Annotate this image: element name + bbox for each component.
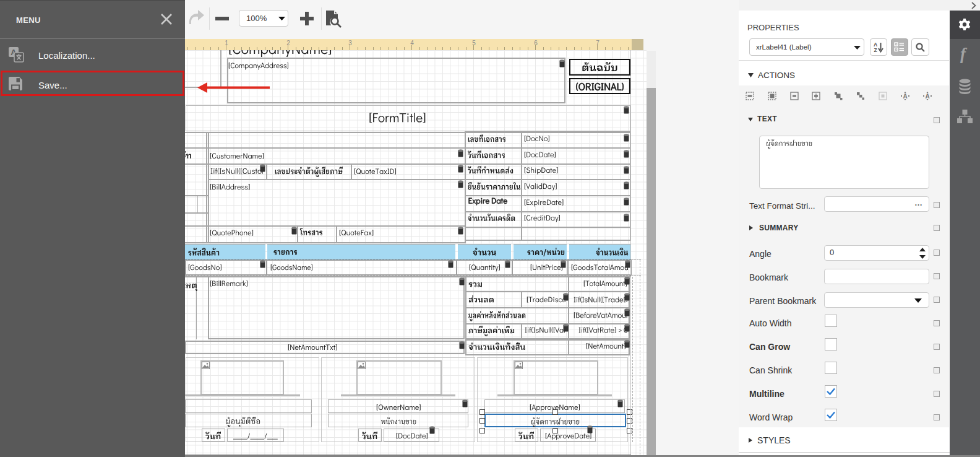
svg-text:Z: Z xyxy=(874,47,877,53)
svg-text:f: f xyxy=(960,45,968,63)
svg-text:A: A xyxy=(925,93,929,100)
svg-text:A: A xyxy=(903,93,907,100)
